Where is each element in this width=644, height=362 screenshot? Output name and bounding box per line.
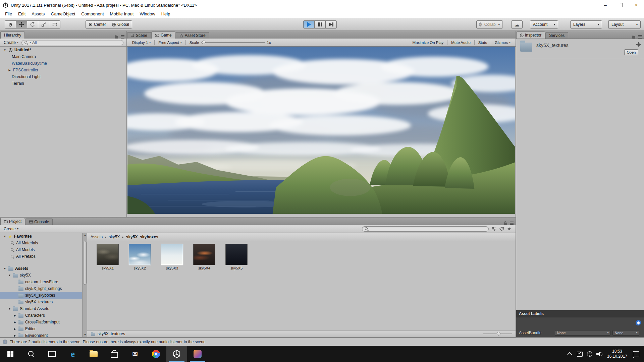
layout-dropdown[interactable]: Layout▾ <box>608 20 641 28</box>
tree-item-all-materials[interactable]: All Materials <box>0 240 82 246</box>
tree-item-environment[interactable]: ▶ Environment <box>0 332 82 337</box>
play-button[interactable] <box>303 20 315 28</box>
action-center-button[interactable] <box>633 351 639 357</box>
tree-item-all-prefabs[interactable]: All Prefabs <box>0 253 82 260</box>
breadcrumb-sky5x-skyboxes[interactable]: sky5X_skyboxes <box>126 235 158 239</box>
mute-audio-button[interactable]: Mute Audio <box>449 39 473 46</box>
hand-tool-button[interactable] <box>5 20 16 28</box>
menu-file[interactable]: File <box>2 11 15 16</box>
space-toggle-button[interactable]: Global <box>109 20 132 28</box>
cloud-button[interactable]: ☁ <box>511 20 523 28</box>
foldout-icon[interactable]: ▶ <box>13 327 17 330</box>
tree-item-editor[interactable]: ▶ Editor <box>0 325 82 332</box>
foldout-icon[interactable]: ▶ <box>13 314 17 317</box>
tree-item-characters[interactable]: ▶ Characters <box>0 312 82 319</box>
layers-dropdown[interactable]: Layers▾ <box>570 20 602 28</box>
asset-item-sky5x3[interactable]: sky5X3 <box>160 244 184 270</box>
slider-knob[interactable] <box>497 332 500 336</box>
stats-button[interactable]: Stats <box>476 39 489 46</box>
taskbar-edge[interactable]: e <box>62 346 83 362</box>
gizmos-dropdown[interactable]: Gizmos▾ <box>492 39 513 46</box>
move-tool-button[interactable] <box>16 20 27 28</box>
foldout-icon[interactable]: ▶ <box>13 321 17 324</box>
gear-icon[interactable] <box>637 43 640 46</box>
display-dropdown[interactable]: Display 1▾ <box>130 39 153 46</box>
project-tree-scrollbar[interactable]: ▲ ▼ <box>82 233 87 337</box>
lock-icon[interactable] <box>115 36 118 39</box>
tab-console[interactable]: Console <box>25 219 53 225</box>
tab-game[interactable]: Game <box>151 32 175 39</box>
tab-scene[interactable]: Scene <box>127 32 151 39</box>
tree-item-sky5x[interactable]: ▼ sky5X <box>0 272 82 279</box>
thumbnail-zoom-slider[interactable] <box>483 331 512 336</box>
maximize-button[interactable] <box>613 0 629 10</box>
menu-mobile-input[interactable]: Mobile Input <box>107 11 137 16</box>
breadcrumb-sky5x[interactable]: sky5X <box>109 235 120 239</box>
label-tag-icon[interactable] <box>636 320 641 325</box>
rotate-tool-button[interactable] <box>27 20 38 28</box>
hierarchy-item-fpscontroller[interactable]: ▶ FPSController <box>0 67 126 73</box>
open-button[interactable]: Open <box>624 49 638 55</box>
menu-help[interactable]: Help <box>158 11 173 16</box>
tab-project[interactable]: Project <box>0 218 25 225</box>
taskbar-chrome[interactable] <box>146 346 166 362</box>
menu-component[interactable]: Component <box>78 11 107 16</box>
tree-item-standard-assets[interactable]: ▼ Standard Assets <box>0 305 82 312</box>
hierarchy-item-terrain[interactable]: Terrain <box>0 80 126 87</box>
rect-tool-button[interactable] <box>49 20 60 28</box>
start-button[interactable] <box>0 346 21 362</box>
tab-hierarchy[interactable]: Hierarchy <box>0 32 25 39</box>
scale-tool-button[interactable] <box>38 20 49 28</box>
scene-row[interactable]: ▼ Untitled* <box>0 47 126 53</box>
project-search-input[interactable] <box>362 226 489 232</box>
tree-item-crossplatforminput[interactable]: ▶ CrossPlatformInput <box>0 319 82 325</box>
pivot-toggle-button[interactable]: Center <box>86 20 109 28</box>
panel-menu-icon[interactable] <box>121 35 124 36</box>
collab-button[interactable]: ✓ Collab ▾ <box>476 20 502 28</box>
aspect-dropdown[interactable]: Free Aspect▾ <box>156 39 184 46</box>
foldout-icon[interactable]: ▼ <box>8 307 11 310</box>
tray-network[interactable] <box>585 346 594 362</box>
tree-item-sky5x-light-settings[interactable]: sky5X_light_settings <box>0 285 82 292</box>
tab-services[interactable]: Services <box>545 32 568 39</box>
menu-window[interactable]: Window <box>137 11 158 16</box>
tree-item-custom-lensflare[interactable]: custom_LensFlare <box>0 279 82 285</box>
taskbar-clock[interactable]: 18:53 16.10.2017 <box>604 349 630 359</box>
taskbar-mail[interactable]: ✉ <box>125 346 146 362</box>
tree-item-sky5x-textures[interactable]: sky5X_textures <box>0 299 82 305</box>
lock-icon[interactable] <box>504 223 507 225</box>
panel-menu-icon[interactable] <box>510 222 514 222</box>
tab-asset-store[interactable]: Asset Store <box>176 32 209 39</box>
hierarchy-item-waterbasicdaytime[interactable]: WaterBasicDaytime <box>0 60 126 67</box>
menu-assets[interactable]: Assets <box>29 11 48 16</box>
taskbar-search-button[interactable] <box>21 346 42 362</box>
tree-item-favorites[interactable]: ▼ ★ Favorites <box>0 233 82 240</box>
scale-slider[interactable] <box>201 39 265 46</box>
tree-item-sky5x-skyboxes[interactable]: sky5X_skyboxes <box>0 292 82 299</box>
lock-icon[interactable] <box>632 36 635 39</box>
assetbundle-dropdown[interactable]: None▾ <box>555 330 610 336</box>
asset-item-sky5x2[interactable]: sky5X2 <box>128 244 152 270</box>
search-by-label-icon[interactable] <box>499 227 504 231</box>
foldout-icon[interactable]: ▼ <box>3 49 7 52</box>
close-button[interactable]: × <box>629 0 644 10</box>
scroll-down-icon[interactable]: ▼ <box>83 333 88 337</box>
slider-knob[interactable] <box>202 41 206 44</box>
pause-button[interactable] <box>314 20 326 28</box>
asset-item-sky5x1[interactable]: sky5X1 <box>96 244 119 270</box>
asset-item-sky5x4[interactable]: sky5X4 <box>193 244 216 270</box>
tray-expand-button[interactable] <box>565 346 575 362</box>
search-by-type-icon[interactable] <box>491 227 496 231</box>
tray-volume[interactable] <box>594 346 604 362</box>
hierarchy-item-main-camera[interactable]: Main Camera <box>0 53 126 60</box>
assetbundle-variant-dropdown[interactable]: None▾ <box>612 330 639 336</box>
breadcrumb-assets[interactable]: Assets <box>91 235 103 239</box>
hierarchy-item-directional-light[interactable]: Directional Light <box>0 73 126 80</box>
foldout-icon[interactable]: ▶ <box>8 69 11 72</box>
asset-item-sky5x5[interactable]: sky5X5 <box>225 244 248 270</box>
hierarchy-search-input[interactable]: ▾ All <box>21 40 123 45</box>
project-create-button[interactable]: Create▾ <box>2 227 20 231</box>
taskbar-store[interactable] <box>104 346 125 362</box>
account-dropdown[interactable]: Account▾ <box>530 20 558 28</box>
task-view-button[interactable] <box>42 346 62 362</box>
